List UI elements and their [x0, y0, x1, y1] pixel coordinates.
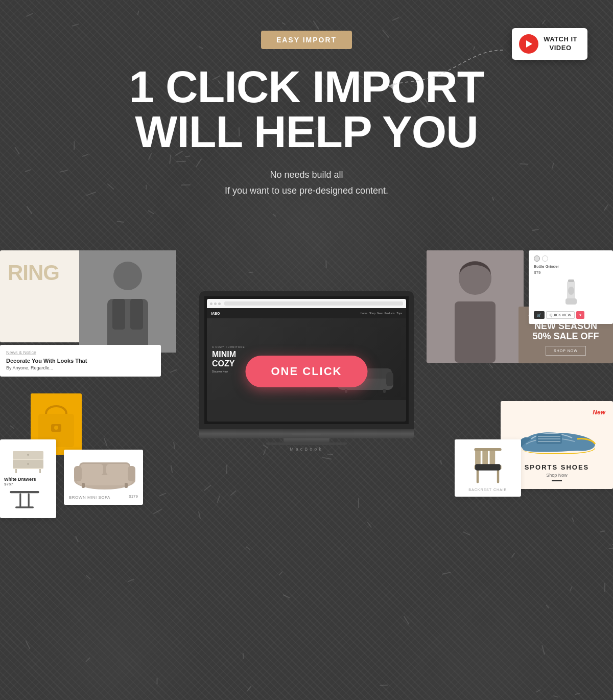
wishlist-button[interactable]: ♥: [576, 311, 584, 319]
scatter-dash-97: [148, 209, 154, 214]
svg-rect-27: [15, 469, 17, 473]
person-silhouette: [79, 250, 176, 353]
nav-tops: Tops: [396, 312, 402, 315]
play-triangle: [526, 40, 532, 48]
svg-rect-58: [477, 470, 479, 483]
product-radio-group: [534, 255, 548, 262]
main-headline: 1 CLICK IMPORT WILL HELP YOU: [129, 64, 484, 154]
play-icon: [519, 34, 538, 54]
radio-option-1[interactable]: [534, 255, 540, 262]
chair-name: BACKREST CHAIR: [460, 488, 516, 492]
one-click-button[interactable]: ONE CLICK: [246, 356, 368, 387]
screenshots-area: RING: [0, 250, 613, 700]
svg-point-21: [54, 426, 58, 430]
svg-point-15: [113, 262, 142, 290]
subtext-line1: No needs build all: [225, 167, 388, 183]
scatter-dash-83: [27, 206, 33, 215]
sofa-illustration: [69, 455, 140, 491]
nav-new: New: [378, 312, 383, 315]
svg-rect-29: [10, 491, 39, 493]
site-logo: IABO: [211, 312, 220, 315]
quick-view-button[interactable]: QUICK VIEW: [546, 311, 575, 319]
svg-rect-60: [475, 464, 501, 470]
nav-home: Home: [361, 312, 367, 315]
svg-rect-30: [19, 493, 21, 508]
svg-rect-59: [497, 470, 499, 483]
watch-video-button[interactable]: WATCH IT VIDEO: [512, 28, 587, 60]
svg-rect-66: [383, 389, 386, 393]
svg-rect-28: [39, 469, 41, 473]
drawers-name: White Drawers: [4, 477, 52, 482]
svg-rect-44: [455, 301, 496, 363]
panel-product-grinder: Bottle Grinder $79 🛒 QUICK VIEW ♥: [529, 250, 613, 324]
shoes-divider: [552, 480, 562, 481]
svg-rect-38: [74, 466, 82, 481]
woman-photo-bg: [427, 250, 524, 363]
site-nav: Home Shop New Products Tops: [361, 312, 402, 315]
svg-rect-57: [474, 448, 501, 451]
svg-rect-64: [386, 372, 393, 386]
site-header: IABO Home Shop New Products Tops: [207, 308, 406, 318]
product-card-sofa: BROWN MINI SOFA $179: [64, 450, 143, 505]
svg-rect-47: [568, 279, 574, 282]
hero-tag: A COZY FURNITURE: [212, 345, 245, 348]
product-card-drawers: White Drawers $767: [0, 439, 56, 518]
panel-woman-photo: [427, 250, 524, 363]
laptop-stand: [284, 438, 329, 442]
scatter-dash-106: [117, 221, 124, 222]
nav-products: Products: [385, 312, 395, 315]
svg-rect-18: [130, 299, 143, 330]
laptop-brand-label: MacBook: [199, 447, 414, 452]
chair-svg: [467, 445, 508, 485]
add-to-cart-button[interactable]: 🛒: [534, 311, 545, 319]
product-option-row: [534, 255, 608, 262]
nav-shop: Shop: [369, 312, 375, 315]
panel-chair: BACKREST CHAIR: [455, 439, 521, 497]
radio-option-2[interactable]: [542, 255, 548, 262]
hero-sub: Discover Now: [212, 370, 245, 373]
scatter-dash-10: [272, 214, 276, 217]
svg-rect-41: [125, 483, 128, 488]
grinder-image: [534, 278, 608, 309]
drawers-illustration: [8, 444, 49, 474]
news-tag: News & Notice: [6, 350, 155, 355]
sale-title: NEW SEASON 50% SALE OFF: [526, 321, 605, 342]
laptop-notch: [291, 433, 322, 435]
product-action-row: 🛒 QUICK VIEW ♥: [534, 311, 608, 319]
spring-text: RING: [8, 261, 59, 285]
sofa-price: $179: [129, 494, 138, 499]
laptop-base: [199, 429, 414, 438]
headline-line2: WILL HELP YOU: [129, 109, 484, 154]
panel-news: News & Notice Decorate You With Looks Th…: [0, 345, 161, 377]
laptop-mockup: IABO Home Shop New Products Tops A COZY …: [199, 291, 414, 452]
scatter-dash-34: [532, 228, 539, 230]
svg-rect-36: [80, 464, 103, 475]
browser-bar: [207, 299, 406, 308]
news-title: Decorate You With Looks That: [6, 357, 155, 364]
shoes-title: SPORTS SHOES: [508, 463, 605, 471]
watch-text: WATCH IT VIDEO: [544, 35, 577, 53]
svg-rect-40: [82, 483, 85, 488]
grinder-name: Bottle Grinder: [534, 264, 608, 269]
grinder-svg: [556, 278, 586, 309]
site-hero-text: A COZY FURNITURE MINIMCOZY Discover Now: [212, 345, 245, 373]
person-photo-bg: [79, 250, 176, 353]
easy-import-badge[interactable]: EASY IMPORT: [261, 31, 352, 49]
shoes-image-area: [508, 418, 605, 459]
chair-image: [460, 445, 516, 485]
panel-person-photo: [79, 250, 176, 353]
svg-rect-32: [15, 506, 34, 508]
sale-shop-button[interactable]: SHOP NOW: [546, 346, 586, 356]
browser-dot-1: [210, 302, 213, 305]
svg-rect-65: [345, 389, 347, 393]
svg-point-48: [568, 287, 574, 295]
shoes-new-label: New: [508, 409, 605, 416]
hero-h1: MINIMCOZY: [212, 350, 245, 368]
drawers-price: $767: [4, 482, 52, 486]
svg-rect-46: [565, 298, 577, 305]
sneaker-svg: [516, 418, 598, 459]
svg-rect-17: [112, 299, 125, 330]
scatter-dash-47: [603, 204, 608, 211]
small-table-illustration: [4, 489, 45, 512]
grinder-price: $79: [534, 270, 608, 275]
